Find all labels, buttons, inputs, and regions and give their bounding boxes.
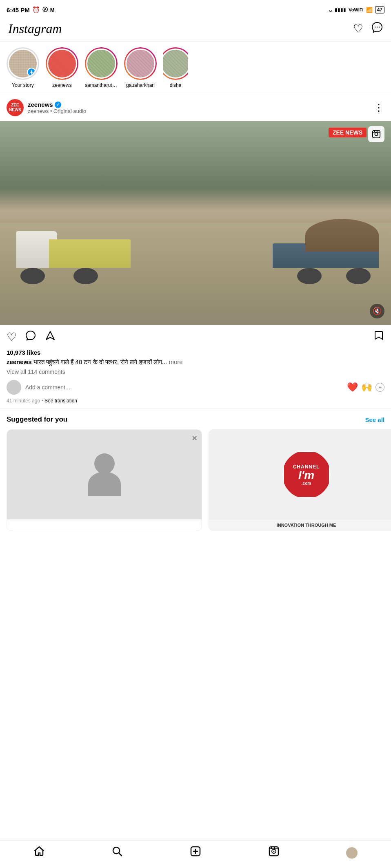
suggested-card-channel-im: CHANNEL I'm .com INNOVATION THROUGH ME — [209, 429, 391, 531]
post-info: 10,973 likes zeenews भारत पहुंचने वाले ह… — [0, 347, 391, 409]
new-post-icon — [190, 846, 201, 860]
see-all-button[interactable]: See all — [365, 416, 384, 423]
svg-point-2 — [379, 27, 380, 27]
svg-point-1 — [377, 27, 378, 27]
post-zeenews: ZEENEWS zeenews ✓ zeenews • Original aud… — [0, 94, 391, 409]
mute-button[interactable]: 🔇 — [370, 304, 384, 318]
gauaharkhan-story-label: gauaharkhan — [126, 82, 155, 88]
nav-profile[interactable] — [340, 847, 364, 859]
nav-new-post[interactable] — [183, 846, 208, 860]
channel-im-card-avatar: CHANNEL I'm .com — [209, 430, 391, 519]
suggested-cards: ✕ CHANNEL I'm .com INNOVA — [0, 429, 391, 531]
your-story-label: Your story — [12, 82, 34, 88]
zeenews-story-avatar — [47, 49, 77, 79]
reels-overlay-icon — [368, 126, 384, 142]
add-story-button[interactable]: + — [27, 68, 36, 77]
caption-text: भारत पहुंचने वाले हैं 40 टन के दो पत्थर,… — [33, 358, 167, 365]
comment-input[interactable] — [25, 384, 343, 391]
comment-button[interactable] — [25, 330, 36, 344]
channel-im-text: I'm — [298, 470, 314, 481]
svg-point-0 — [375, 27, 375, 27]
see-translation-button[interactable]: See translation — [44, 398, 77, 404]
nav-search[interactable] — [105, 846, 129, 860]
comment-input-row: ❤️ 🙌 + — [7, 380, 384, 395]
caption-more[interactable]: more — [169, 358, 182, 365]
channel-im-logo: CHANNEL I'm .com — [282, 450, 331, 499]
view-comments-button[interactable]: View all 114 comments — [7, 369, 384, 375]
battery-indicator: 47 — [375, 6, 384, 13]
post-user-avatar[interactable]: ZEENEWS — [7, 99, 24, 116]
post-subtitle: zeenews • Original audio — [28, 108, 86, 114]
stories-row: + Your story zeenews samantharuthpr... g… — [0, 42, 391, 94]
like-button[interactable]: ♡ — [7, 330, 17, 344]
disha-story-label: disha — [170, 82, 182, 88]
disha-story-avatar — [163, 49, 188, 79]
notifications-button[interactable]: ♡ — [353, 22, 363, 35]
home-icon — [33, 846, 45, 860]
channel-im-tagline: INNOVATION THROUGH ME — [209, 519, 391, 531]
samantharuth-story-avatar — [86, 49, 116, 79]
post-user-info: ZEENEWS zeenews ✓ zeenews • Original aud… — [7, 99, 86, 116]
post-actions: ♡ — [0, 325, 391, 347]
story-item-your-story[interactable]: + Your story — [7, 47, 39, 88]
share-button[interactable] — [44, 330, 56, 344]
bottom-nav — [0, 840, 391, 868]
samantharuth-story-label: samantharuthpr... — [85, 82, 118, 88]
bookmark-button[interactable] — [373, 330, 384, 344]
gauaharkhan-story-avatar — [125, 49, 156, 79]
your-story-ring: + — [7, 47, 39, 80]
zeenews-story-label: zeenews — [52, 82, 71, 88]
svg-point-4 — [375, 133, 378, 135]
nav-home[interactable] — [27, 846, 51, 860]
story-item-samantharuth[interactable]: samantharuthpr... — [85, 47, 118, 88]
channel-domain: .com — [302, 481, 311, 486]
zee-watermark: ZEE NEWS — [329, 128, 367, 137]
post-image: ZEE NEWS 🔇 — [0, 121, 391, 325]
suggested-section: Suggested for you See all ✕ CHANNEL I'm … — [0, 409, 391, 538]
story-item-zeenews[interactable]: zeenews — [46, 47, 78, 88]
suggested-card-placeholder: ✕ — [7, 429, 202, 531]
caption-username[interactable]: zeenews — [7, 358, 32, 365]
likes-count: 10,973 likes — [7, 349, 384, 356]
suggested-card-avatar — [7, 430, 202, 519]
verified-icon: ✓ — [55, 102, 61, 108]
post-username[interactable]: zeenews ✓ — [28, 101, 86, 108]
svg-line-9 — [119, 853, 122, 856]
post-user-details: zeenews ✓ zeenews • Original audio — [28, 101, 86, 114]
svg-rect-3 — [373, 130, 380, 138]
dismiss-suggestion-button[interactable]: ✕ — [191, 434, 198, 443]
post-more-button[interactable]: ⋮ — [374, 102, 384, 113]
zeenews-story-ring — [46, 47, 78, 80]
profile-avatar — [346, 847, 358, 859]
search-icon — [111, 846, 123, 860]
hands-emoji-button[interactable]: 🙌 — [361, 382, 372, 393]
svg-point-15 — [273, 851, 274, 852]
svg-point-8 — [113, 847, 120, 854]
nav-reels[interactable] — [262, 846, 286, 860]
post-timestamp: 41 minutes ago • See translation — [7, 398, 384, 404]
status-bar: 6:45 PM ⏰ Ⓐ M ᴗ ▮▮▮▮ VoWiFi 📶 47 — [0, 0, 391, 18]
comment-user-avatar — [7, 380, 21, 395]
gauaharkhan-story-ring — [124, 47, 157, 80]
status-time: 6:45 PM ⏰ Ⓐ M — [7, 6, 55, 13]
suggested-title: Suggested for you — [7, 415, 67, 424]
your-story-avatar: + — [8, 49, 38, 79]
story-item-disha[interactable]: disha — [163, 47, 188, 88]
suggested-header: Suggested for you See all — [0, 415, 391, 429]
header-actions: ♡ — [353, 22, 383, 36]
app-header: Instagram ♡ — [0, 18, 391, 42]
comment-emojis: ❤️ 🙌 + — [347, 382, 384, 393]
samantharuth-story-ring — [85, 47, 118, 80]
disha-story-ring — [163, 47, 188, 80]
story-item-gauaharkhan[interactable]: gauaharkhan — [124, 47, 157, 88]
messages-button[interactable] — [371, 22, 383, 36]
post-header: ZEENEWS zeenews ✓ zeenews • Original aud… — [0, 94, 391, 121]
heart-emoji-button[interactable]: ❤️ — [347, 382, 358, 393]
post-caption: zeenews भारत पहुंचने वाले हैं 40 टन के द… — [7, 358, 384, 366]
post-actions-left: ♡ — [7, 330, 56, 344]
add-emoji-button[interactable]: + — [375, 383, 384, 392]
status-icons: ᴗ ▮▮▮▮ VoWiFi 📶 47 — [329, 6, 384, 13]
reels-icon — [268, 846, 280, 860]
app-logo: Instagram — [8, 21, 62, 36]
